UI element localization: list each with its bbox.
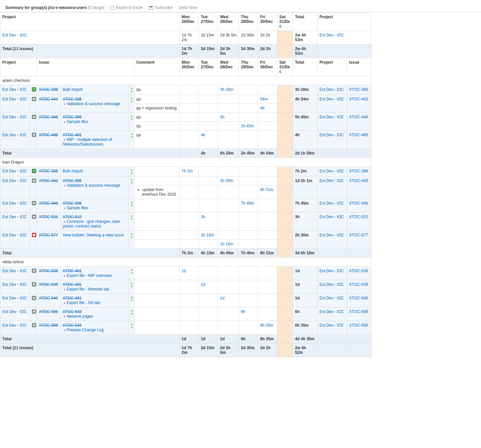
project-link[interactable]: Ext Dev - tOC (2, 233, 27, 237)
issue-key-link[interactable]: XTOC-443 (349, 97, 368, 101)
expand-chevron-icon[interactable]: »» (128, 321, 134, 335)
issue-title-link[interactable]: Preview Change Log (67, 328, 103, 332)
parent-issue-link[interactable]: XTOC-543 (63, 323, 82, 328)
worklog-link[interactable]: 54m (260, 97, 268, 101)
expand-chevron-icon[interactable]: »» (128, 131, 134, 149)
worklog-link[interactable]: 6h 35m (260, 323, 273, 328)
issue-key-link[interactable]: XTOC-540 (39, 296, 58, 300)
project-link[interactable]: Ext Dev - tOC (319, 133, 344, 137)
expand-chevron-icon[interactable]: »» (128, 199, 134, 213)
issue-key-link[interactable]: XTOC-577 (39, 233, 58, 237)
issue-key-link[interactable]: XTOC-558 (349, 323, 368, 328)
project-link[interactable]: Ext Dev - tOC (2, 201, 27, 206)
project-link[interactable]: Ext Dev - tOC (319, 115, 344, 119)
issue-key-link[interactable]: XTOC-558 (39, 323, 58, 328)
issue-key-link[interactable]: XTOC-539 (349, 282, 368, 287)
issue-title-link[interactable]: Export file - SH tab (67, 300, 100, 305)
expand-chevron-icon[interactable]: »» (128, 231, 134, 249)
issue-key-link[interactable]: XTOC-577 (349, 233, 368, 237)
issue-title-link[interactable]: Sample files (67, 206, 88, 210)
project-link[interactable]: Ext Dev - tOC (319, 97, 344, 101)
worklog-link[interactable]: 3h (201, 215, 205, 219)
worklog-link[interactable]: 3h 20m (220, 87, 233, 92)
issue-title-link[interactable]: Bulk Import (63, 169, 83, 173)
worklog-link[interactable]: 2h 45m (241, 124, 254, 128)
parent-issue-link[interactable]: XTOC-396 (63, 178, 82, 183)
issue-key-link[interactable]: XTOC-443 (349, 178, 368, 183)
issue-key-link[interactable]: XTOC-485 (349, 133, 368, 137)
parent-issue-link[interactable]: XTOC-519 (63, 215, 82, 219)
project-link[interactable]: Ext Dev - tOC (2, 115, 27, 119)
parent-issue-link[interactable]: XTOC-396 (63, 201, 82, 206)
parent-issue-link[interactable]: XTOC-481 (63, 269, 82, 273)
issue-key-link[interactable]: XTOC-520 (349, 215, 368, 219)
worklog-link[interactable]: 6h 31m (260, 187, 273, 192)
project-link[interactable]: Ext Dev - tOC (2, 282, 27, 287)
worklog-link[interactable]: 1h 15m (201, 233, 214, 237)
issue-key-link[interactable]: XTOC-396 (39, 169, 58, 173)
worklog-link[interactable]: 1d (201, 282, 205, 287)
expand-chevron-icon[interactable]: »» (128, 167, 134, 176)
parent-issue-link[interactable]: XTOC-481 (63, 282, 82, 287)
project-link[interactable]: Ext Dev - tOC (2, 169, 27, 173)
issue-key-link[interactable]: XTOC-448 (349, 115, 368, 119)
project-link[interactable]: Ext Dev - tOC (319, 269, 344, 273)
issue-title-link[interactable]: Validation & success message (67, 101, 120, 106)
issue-key-link[interactable]: XTOC-448 (39, 115, 58, 119)
subscribe-link[interactable]: Subscribe (155, 5, 173, 10)
expand-chevron-icon[interactable]: »» (128, 307, 134, 321)
issue-key-link[interactable]: XTOC-538 (349, 269, 368, 273)
issue-title-link[interactable]: Sample files (67, 119, 88, 124)
issue-key-link[interactable]: XTOC-396 (349, 87, 368, 92)
parent-issue-link[interactable]: XTOC-396 (63, 115, 82, 119)
worklog-link[interactable]: 3h 30m (220, 178, 233, 183)
expand-chevron-icon[interactable]: »» (128, 280, 134, 294)
issue-key-link[interactable]: XTOC-448 (349, 201, 368, 206)
issue-key-link[interactable]: XTOC-443 (39, 97, 58, 101)
issue-key-link[interactable]: XTOC-448 (39, 201, 58, 206)
issue-key-link[interactable]: XTOC-538 (39, 269, 58, 273)
project-link[interactable]: Ext Dev - tOC (2, 97, 27, 101)
project-link[interactable]: Ext Dev - tOC (2, 215, 27, 219)
project-link[interactable]: Ext Dev - tOC (319, 33, 344, 37)
project-link[interactable]: Ext Dev - tOC (319, 201, 344, 206)
worklog-link[interactable]: 1d (220, 296, 224, 300)
project-link[interactable]: Ext Dev - tOC (2, 33, 27, 37)
issue-key-link[interactable]: XTOC-539 (39, 282, 58, 287)
expand-chevron-icon[interactable]: »» (128, 267, 134, 280)
parent-issue-link[interactable]: XTOC-481 (63, 133, 82, 137)
issue-title-link[interactable]: Contracts - grid changes, date picker, c… (63, 219, 120, 228)
project-link[interactable]: Ext Dev - tOC (319, 178, 344, 183)
issue-title-link[interactable]: Network pages (67, 314, 93, 319)
issue-key-link[interactable]: XTOC-556 (349, 309, 368, 314)
parent-issue-link[interactable]: XTOC-481 (63, 296, 82, 300)
worklog-link[interactable]: 1d (182, 269, 186, 273)
project-link[interactable]: Ext Dev - tOC (319, 309, 344, 314)
project-link[interactable]: Ext Dev - tOC (319, 87, 344, 92)
issue-title-link[interactable]: Export file - Network tab (67, 287, 109, 291)
expand-chevron-icon[interactable]: »» (128, 294, 134, 307)
project-link[interactable]: Ext Dev - tOC (319, 169, 344, 173)
issue-title-link[interactable]: Export file - MIP overview (67, 273, 112, 278)
parent-issue-link[interactable]: XTOC-396 (63, 97, 82, 101)
issue-key-link[interactable]: XTOC-520 (39, 215, 58, 219)
change-link[interactable]: [Change] (88, 5, 104, 10)
issue-key-link[interactable]: XTOC-443 (39, 178, 58, 183)
send-now-link[interactable]: Send Now (179, 5, 197, 10)
project-link[interactable]: Ext Dev - tOC (2, 269, 27, 273)
project-link[interactable]: Ext Dev - tOC (2, 296, 27, 300)
issue-key-link[interactable]: XTOC-396 (349, 169, 368, 173)
parent-issue-link[interactable]: XTOC-543 (63, 309, 82, 314)
expand-chevron-icon[interactable]: »» (128, 213, 134, 231)
worklog-link[interactable]: 7h 45m (241, 201, 254, 206)
project-link[interactable]: Ext Dev - tOC (2, 323, 27, 328)
project-link[interactable]: Ext Dev - tOC (319, 233, 344, 237)
project-link[interactable]: Ext Dev - tOC (2, 87, 27, 92)
issue-title-link[interactable]: MIP - multiple selection of Networks/Sal… (63, 137, 112, 147)
expand-chevron-icon[interactable]: »» (128, 85, 134, 95)
worklog-link[interactable]: 7h 2m (182, 169, 193, 173)
issue-key-link[interactable]: XTOC-556 (39, 309, 58, 314)
worklog-link[interactable]: 1h 15m (220, 242, 233, 246)
expand-chevron-icon[interactable]: »» (128, 95, 134, 113)
worklog-link[interactable]: 6h (241, 309, 245, 314)
